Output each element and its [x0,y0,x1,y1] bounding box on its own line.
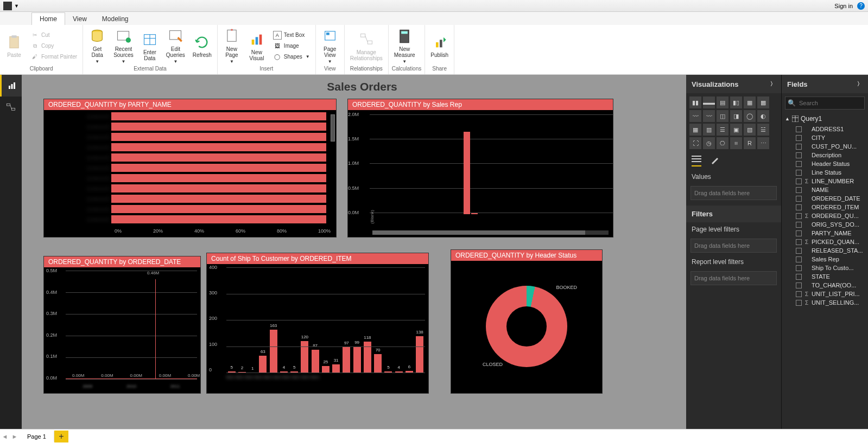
field-checkbox[interactable] [796,170,802,176]
field-checkbox[interactable] [796,204,802,210]
field-checkbox[interactable] [796,291,802,297]
viz-ordered-qty-by-party[interactable]: ORDERED_QUANTITY by PARTY_NAME (redacted… [43,99,337,237]
table-header[interactable]: ▲ Query1 [785,113,865,125]
text-box-button[interactable]: AText Box [271,30,312,40]
page-filters-dropzone[interactable]: Drag data fields here [690,239,777,253]
report-filters-dropzone[interactable]: Drag data fields here [690,271,777,285]
field-checkbox[interactable] [796,213,802,219]
field-UNIT_SELLING...[interactable]: ΣUNIT_SELLING... [785,298,865,307]
field-ADDRESS1[interactable]: ADDRESS1 [785,125,865,133]
field-checkbox[interactable] [796,256,802,262]
field-checkbox[interactable] [796,265,802,271]
field-checkbox[interactable] [796,239,802,245]
field-TO_CHAR(OO...[interactable]: TO_CHAR(OO... [785,281,865,290]
field-Line Status[interactable]: Line Status [785,168,865,177]
manage-relationships-button[interactable]: Manage Relationships [348,27,385,65]
page-view-button[interactable]: Page View▼ [319,27,341,65]
field-UNIT_LIST_PRI...[interactable]: ΣUNIT_LIST_PRI... [785,290,865,298]
viz-type-8[interactable]: ◫ [717,110,728,122]
field-checkbox[interactable] [796,152,802,158]
tab-home[interactable]: Home [31,12,65,25]
page-prev[interactable]: ◄ [0,433,10,440]
viz-type-16[interactable]: ▧ [744,124,756,136]
field-Header Status[interactable]: Header Status [785,159,865,168]
help-icon[interactable]: ? [857,2,865,10]
format-painter-button[interactable]: 🖌Format Painter [28,52,79,62]
field-checkbox[interactable] [796,230,802,236]
field-ORDERED_ITEM[interactable]: ORDERED_ITEM [785,203,865,211]
format-tab-icon[interactable] [710,156,719,166]
field-Sales Rep[interactable]: Sales Rep [785,255,865,264]
chart1-scrollbar[interactable] [331,114,335,142]
field-ORDERED_DATE[interactable]: ORDERED_DATE [785,194,865,203]
recent-sources-button[interactable]: Recent Sources▼ [111,27,136,65]
field-ORIG_SYS_DO...[interactable]: ORIG_SYS_DO... [785,220,865,229]
field-checkbox[interactable] [796,248,802,254]
viz-type-13[interactable]: ▥ [703,124,715,136]
field-CUST_PO_NU...[interactable]: CUST_PO_NU... [785,142,865,151]
fields-header[interactable]: Fields 〉 [782,75,868,93]
viz-type-0[interactable]: ▮▮ [689,97,701,108]
viz-type-23[interactable]: ⋯ [757,137,769,149]
paste-button[interactable]: Paste [3,27,25,65]
cut-button[interactable]: ✂Cut [28,30,79,40]
viz-type-4[interactable]: ▦ [744,97,756,108]
field-RELEASED_STA...[interactable]: RELEASED_STA... [785,246,865,255]
report-view-button[interactable] [0,75,22,97]
viz-type-17[interactable]: ☱ [757,124,769,136]
publish-button[interactable]: Publish [428,27,451,65]
viz-type-15[interactable]: ▣ [730,124,742,136]
viz-type-14[interactable]: ☰ [717,124,728,136]
viz-type-18[interactable]: ⛶ [689,137,701,149]
qat-dropdown[interactable]: ▼ [14,3,19,9]
fields-search[interactable]: 🔍 [785,97,865,110]
copy-button[interactable]: ⧉Copy [28,41,79,51]
tab-view[interactable]: View [65,13,94,25]
field-STATE[interactable]: STATE [785,272,865,281]
field-CITY[interactable]: CITY [785,133,865,142]
field-Ship To Custo...[interactable]: Ship To Custo... [785,264,865,272]
field-PARTY_NAME[interactable]: PARTY_NAME [785,229,865,237]
field-PICKED_QUAN...[interactable]: ΣPICKED_QUAN... [785,237,865,246]
viz-type-12[interactable]: ▦ [689,124,701,136]
viz-type-6[interactable]: 〰 [689,110,701,122]
sign-in-link[interactable]: Sign in [834,3,853,9]
new-measure-button[interactable]: New Measure▼ [392,27,417,65]
viz-type-19[interactable]: ◷ [703,137,715,149]
field-checkbox[interactable] [796,283,802,288]
page-tab-1[interactable]: Page 1 [20,431,54,442]
field-ORDERED_QU...[interactable]: ΣORDERED_QU... [785,211,865,220]
viz-type-11[interactable]: ◐ [757,110,769,122]
viz-type-1[interactable]: ▬▬ [703,97,715,108]
field-Description[interactable]: Description [785,151,865,159]
chart2-scrollbar[interactable] [372,230,609,235]
shapes-button[interactable]: ◯Shapes▼ [271,52,312,62]
viz-count-shipto-by-item[interactable]: Count of Ship To Customer by ORDERED_ITE… [206,253,429,394]
refresh-button[interactable]: Refresh [191,27,214,65]
viz-type-7[interactable]: 〰 [703,110,715,122]
field-checkbox[interactable] [796,144,802,150]
field-checkbox[interactable] [796,222,802,228]
visualizations-header[interactable]: Visualizations 〉 [686,75,781,93]
viz-ordered-qty-by-salesrep[interactable]: ORDERED_QUANTITY by Sales Rep 0.0M0.5M1.… [347,99,613,237]
field-LINE_NUMBER[interactable]: ΣLINE_NUMBER [785,177,865,185]
viz-type-9[interactable]: ◨ [730,110,742,122]
page-next[interactable]: ► [10,433,20,440]
get-data-button[interactable]: Get Data▼ [86,27,108,65]
field-checkbox[interactable] [796,161,802,167]
field-checkbox[interactable] [796,187,802,193]
viz-ordered-qty-by-header-status[interactable]: ORDERED_QUANTITY by Header Status BOOKED… [451,249,603,394]
field-checkbox[interactable] [796,196,802,202]
viz-type-3[interactable]: ▮▯ [730,97,742,108]
tab-modeling[interactable]: Modeling [94,13,136,25]
viz-ordered-qty-by-date[interactable]: ORDERED_QUANTITY by ORDERED_DATE 0.0M0.1… [43,256,201,394]
field-checkbox[interactable] [796,274,802,280]
field-checkbox[interactable] [796,300,802,306]
image-button[interactable]: 🖼Image [271,41,312,51]
fields-search-input[interactable] [799,100,868,106]
viz-type-10[interactable]: ◯ [744,110,756,122]
page-add-button[interactable]: + [54,431,68,442]
viz-type-2[interactable]: ▤ [717,97,728,108]
report-canvas[interactable]: Sales Orders ORDERED_QUANTITY by PARTY_N… [22,75,686,443]
field-checkbox[interactable] [796,126,802,132]
